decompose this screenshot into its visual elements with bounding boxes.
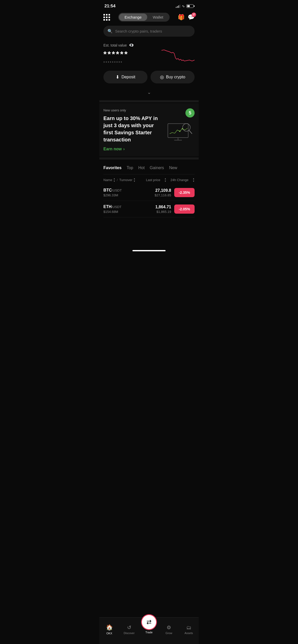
- battery-icon: [186, 4, 194, 8]
- signal-icon: [176, 4, 180, 8]
- portfolio-sub: *********: [103, 61, 134, 65]
- action-buttons: ⬇ Deposit ◎ Buy crypto: [99, 69, 199, 87]
- portfolio-left: Est. total value 👁‍🗨 ****** *********: [103, 43, 134, 65]
- col-name-turnover: Name ▲▼ / Turnover ▲▼: [103, 178, 136, 182]
- btc-change-badge: -2.35%: [174, 188, 195, 197]
- portfolio-chart: [161, 45, 195, 63]
- market-section: Favorites Top Hot Gainers New Name ▲▼ / …: [99, 160, 199, 217]
- crypto-info-btc: BTC/USDT $296.33M: [103, 188, 122, 197]
- promo-badge: 5: [185, 108, 195, 118]
- promo-tag: New users only: [103, 108, 159, 112]
- promo-chart-icon: [167, 121, 195, 141]
- search-icon: 🔍: [107, 29, 113, 34]
- btc-price: 27,109.8: [155, 188, 171, 193]
- crypto-volume-btc: $296.33M: [103, 193, 122, 197]
- chevron-right-icon: ›: [123, 147, 125, 151]
- search-bar[interactable]: 🔍: [103, 26, 195, 37]
- est-label: Est. total value 👁‍🗨: [103, 43, 134, 48]
- tab-hot[interactable]: Hot: [138, 166, 145, 171]
- crypto-symbol-eth: ETH/USDT: [103, 204, 121, 209]
- table-row[interactable]: ETH/USDT $154.68M 1,864.71 $1,865.19 -2.…: [103, 201, 195, 217]
- portfolio-value: ******: [103, 50, 134, 59]
- chevron-down-icon: ⌄: [147, 90, 151, 95]
- portfolio-section: Est. total value 👁‍🗨 ****** *********: [99, 41, 199, 69]
- sort-arrows-turnover[interactable]: ▲▼: [133, 178, 136, 182]
- divider2: [99, 157, 199, 159]
- tab-favorites[interactable]: Favorites: [103, 166, 121, 171]
- btc-price-usd: $27,116.85: [155, 193, 171, 197]
- deposit-icon: ⬇: [116, 74, 119, 80]
- svg-rect-0: [168, 124, 188, 138]
- promo-title: Earn up to 30% APY in just 3 days with y…: [103, 115, 159, 143]
- header-actions: 🎁 💬 37: [178, 14, 195, 21]
- crypto-symbol-btc: BTC/USDT: [103, 188, 122, 193]
- crypto-price-btc: 27,109.8 $27,116.85 -2.35%: [155, 188, 195, 197]
- status-time: 21:54: [104, 4, 115, 9]
- svg-point-6: [182, 128, 183, 129]
- sort-arrows-name[interactable]: ▲▼: [113, 178, 115, 182]
- tab-switcher: Exchange Wallet: [118, 13, 170, 22]
- tab-wallet[interactable]: Wallet: [147, 13, 169, 21]
- svg-line-4: [189, 130, 192, 134]
- eth-change-badge: -2.05%: [174, 204, 195, 214]
- sort-arrows-price[interactable]: ▲▼: [164, 178, 166, 182]
- table-header: Name ▲▼ / Turnover ▲▼ Last price ▲▼ 24h …: [103, 174, 195, 184]
- sort-arrows-change[interactable]: ▲▼: [193, 178, 195, 182]
- crypto-info-eth: ETH/USDT $154.68M: [103, 204, 121, 214]
- message-button[interactable]: 💬 37: [188, 14, 195, 21]
- buy-crypto-button[interactable]: ◎ Buy crypto: [151, 71, 195, 83]
- buy-icon: ◎: [160, 74, 164, 80]
- earn-now-button[interactable]: Earn now ›: [103, 147, 125, 151]
- grid-menu-icon[interactable]: [103, 14, 110, 21]
- col-price-change: Last price ▲▼ 24h Change ▲▼: [146, 178, 195, 182]
- promo-banner: New users only Earn up to 30% APY in jus…: [99, 103, 199, 156]
- eth-price: 1,864.71: [155, 205, 171, 209]
- table-row[interactable]: BTC/USDT $296.33M 27,109.8 $27,116.85 -2…: [103, 184, 195, 201]
- header: Exchange Wallet 🎁 💬 37: [99, 11, 199, 25]
- crypto-price-eth: 1,864.71 $1,865.19 -2.05%: [155, 204, 195, 214]
- svg-point-5: [179, 131, 181, 132]
- hide-balance-icon[interactable]: 👁‍🗨: [129, 43, 134, 48]
- tab-exchange[interactable]: Exchange: [119, 13, 147, 21]
- crypto-volume-eth: $154.68M: [103, 210, 121, 214]
- search-input[interactable]: [115, 29, 191, 33]
- message-badge-count: 37: [192, 12, 196, 17]
- home-indicator: [99, 250, 199, 257]
- search-container: 🔍: [103, 26, 195, 37]
- tab-top[interactable]: Top: [127, 166, 133, 171]
- tab-new[interactable]: New: [169, 166, 177, 171]
- expand-section[interactable]: ⌄: [99, 87, 199, 99]
- market-tabs: Favorites Top Hot Gainers New: [103, 160, 195, 174]
- home-bar: [132, 250, 166, 251]
- status-bar: 21:54 ∿: [99, 0, 199, 11]
- divider: [99, 100, 199, 102]
- deposit-button[interactable]: ⬇ Deposit: [103, 71, 147, 83]
- promo-content: New users only Earn up to 30% APY in jus…: [103, 108, 159, 151]
- svg-point-3: [183, 124, 190, 131]
- eth-price-usd: $1,865.19: [155, 210, 171, 214]
- gift-icon[interactable]: 🎁: [178, 14, 185, 21]
- status-icons: ∿: [176, 4, 194, 8]
- tab-gainers[interactable]: Gainers: [150, 166, 164, 171]
- wifi-icon: ∿: [182, 4, 185, 8]
